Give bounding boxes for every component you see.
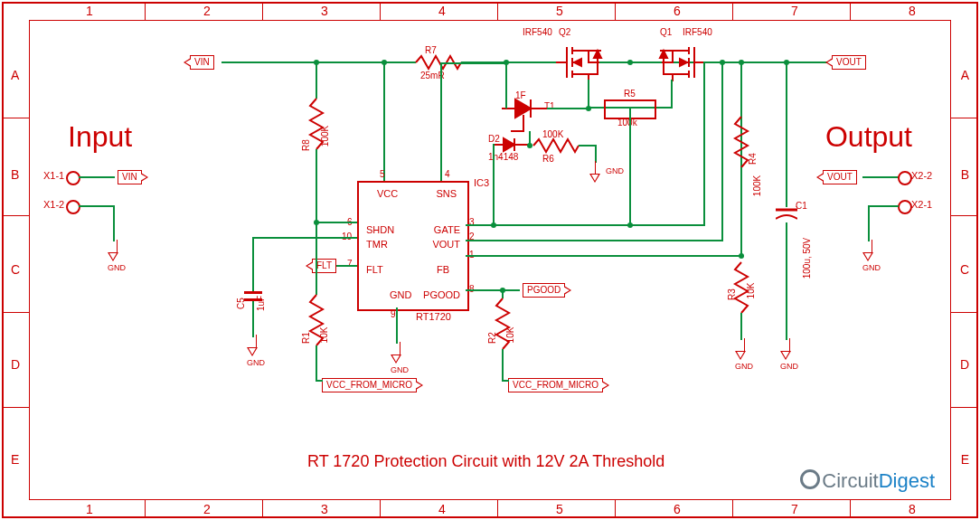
ic-ref: IC3 — [474, 177, 489, 188]
zone-row: E — [11, 452, 19, 467]
refdes: Q2 — [559, 27, 570, 37]
value: 1uF — [256, 296, 266, 311]
zone-col: 2 — [203, 502, 211, 516]
zone-row: C — [11, 262, 20, 277]
title: RT 1720 Protection Circuit with 12V 2A T… — [307, 452, 664, 471]
netlabel-vout: VOUT — [823, 170, 857, 184]
gnd-symbol: GND — [862, 240, 881, 272]
zone-col: 7 — [791, 502, 798, 516]
zone-row: D — [11, 357, 20, 372]
zone-row: E — [961, 452, 969, 467]
logo-icon — [800, 469, 820, 489]
wire — [588, 80, 589, 109]
value: IRF540 — [683, 27, 712, 37]
gnd-symbol: GND — [108, 240, 126, 272]
value: 100K — [542, 129, 563, 139]
resistor — [310, 295, 323, 353]
zone-col: 7 — [791, 4, 798, 18]
zone-row: B — [11, 167, 19, 182]
refdes: R3 — [727, 288, 737, 300]
capacitor-polarized: + — [776, 206, 797, 224]
heading-input: Input — [68, 120, 132, 154]
svg-marker-5 — [574, 59, 581, 66]
value: 10K — [319, 327, 329, 344]
connector-label: X2-2 — [911, 170, 932, 181]
ic-part: RT1720 — [416, 311, 451, 322]
wire — [868, 205, 899, 207]
zone-row: D — [960, 357, 969, 372]
gnd-symbol: GND — [247, 335, 265, 367]
zone-col: 5 — [556, 4, 563, 18]
zone-col: 6 — [674, 4, 681, 18]
value: 100K — [320, 126, 330, 147]
svg-marker-6 — [594, 51, 601, 58]
resistor — [735, 117, 748, 175]
gnd-symbol: GND — [589, 161, 600, 183]
zone-col: 8 — [909, 4, 916, 18]
refdes: Q1 — [660, 27, 672, 37]
inner-border — [29, 20, 951, 500]
value: 10K — [746, 283, 756, 299]
connector-pin — [898, 171, 912, 185]
wire — [671, 80, 673, 109]
connector-pin — [66, 171, 80, 185]
mosfet — [556, 36, 610, 90]
ic: VCC SNS SHDN GATE TMR VOUT FLT FB PGOOD … — [357, 181, 469, 311]
connector-pin — [66, 200, 80, 214]
svg-marker-19 — [504, 138, 514, 151]
refdes: T1 — [544, 101, 555, 111]
wire — [868, 205, 870, 241]
wire — [79, 205, 115, 207]
zone-row: A — [11, 68, 19, 82]
value: 10K — [505, 327, 515, 344]
wire — [862, 176, 899, 178]
refdes: R1 — [301, 332, 311, 344]
netlabel-vin: VIN — [118, 170, 142, 184]
value: IRF540 — [523, 27, 552, 37]
resistor — [533, 139, 579, 152]
gnd-symbol: GND — [780, 338, 798, 371]
zone-col: 2 — [203, 4, 211, 18]
wire — [113, 205, 115, 241]
wire — [79, 176, 115, 178]
refdes: R8 — [301, 139, 311, 151]
refdes: R7 — [425, 45, 437, 55]
netlabel-vccmicro: VCC_FROM_MICRO — [322, 378, 417, 392]
zone-row: C — [960, 262, 969, 277]
netlabel-vin: VIN — [190, 55, 214, 70]
netlabel-pgood: PGOOD — [523, 283, 565, 298]
refdes: R2 — [487, 332, 497, 344]
zone-col: 3 — [321, 4, 328, 18]
refdes: D2 — [488, 134, 500, 144]
zone-col: 6 — [674, 502, 681, 516]
zone-col: 4 — [438, 502, 446, 516]
value: 100u, 50V — [802, 238, 812, 279]
zone-col: 3 — [321, 502, 328, 516]
svg-marker-13 — [680, 59, 687, 66]
svg-marker-14 — [660, 51, 667, 58]
value: 100K — [752, 175, 762, 196]
zone-col: 5 — [556, 502, 563, 516]
gnd-symbol: GND — [391, 342, 409, 374]
netlabel-vccmicro: VCC_FROM_MICRO — [508, 378, 603, 392]
netlabel-vout: VOUT — [832, 55, 866, 70]
connector-label: X1-1 — [43, 170, 64, 181]
mosfet — [651, 36, 705, 90]
refdes: R4 — [748, 153, 758, 165]
connector-label: X2-1 — [911, 199, 932, 210]
value: 100k — [617, 118, 637, 128]
heading-output: Output — [825, 120, 912, 154]
connector-label: X1-2 — [43, 199, 64, 210]
gnd-symbol: GND — [735, 338, 753, 371]
connector-pin — [898, 200, 912, 214]
refdes: C5 — [236, 298, 246, 309]
refdes: C1 — [796, 201, 807, 211]
zone-row: A — [961, 68, 969, 82]
zone-col: 8 — [909, 502, 916, 516]
zone-col: 1 — [86, 4, 93, 18]
schematic-sheet: // generated statically below via data-b… — [0, 0, 980, 520]
refdes: R6 — [542, 154, 554, 164]
value: 1F — [515, 90, 526, 100]
zone-col: 1 — [86, 502, 93, 516]
refdes: R5 — [624, 89, 636, 99]
